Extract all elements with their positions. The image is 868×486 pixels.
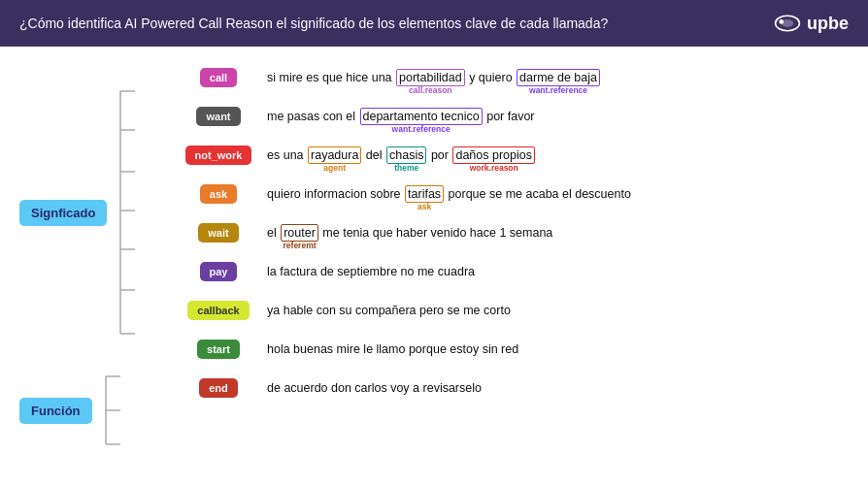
- table-row: callbackya hable con su compañera pero s…: [180, 291, 858, 330]
- table-row: askquiero informacion sobre tarifasask p…: [180, 175, 858, 213]
- svg-point-2: [779, 19, 784, 24]
- tag-wait: wait: [198, 223, 238, 243]
- logo-icon: [774, 14, 801, 33]
- logo: upbe: [774, 14, 849, 34]
- highlighted-word: daños propioswork.reason: [452, 146, 535, 164]
- rows-area: callsi mire es que hice una portabilidad…: [180, 54, 858, 478]
- table-row: starthola buenas mire le llamo porque es…: [180, 330, 858, 369]
- funcion-label: Función: [19, 398, 92, 424]
- table-row: wantme pasas con el departamento tecnico…: [180, 97, 858, 136]
- row-text: me pasas con el departamento tecnicowant…: [267, 105, 858, 129]
- highlighted-word: darme de bajawant.reference: [517, 69, 600, 86]
- row-text: hola buenas mire le llamo porque estoy s…: [267, 338, 858, 362]
- tag-cell: call: [180, 68, 257, 87]
- tag-cell: start: [180, 340, 257, 359]
- table-row: not_workes una rayaduraagent del chasist…: [180, 136, 858, 175]
- row-text: si mire es que hice una portabilidadcall…: [267, 66, 858, 90]
- logo-text: upbe: [807, 14, 849, 34]
- tag-cell: callback: [180, 301, 257, 320]
- row-text: de acuerdo don carlos voy a revisarselo: [267, 376, 858, 401]
- funcion-section: Función: [19, 367, 170, 454]
- funcion-bracket: [96, 367, 125, 454]
- highlighted-word: departamento tecnicowant.reference: [360, 108, 483, 125]
- tag-end: end: [199, 378, 238, 398]
- row-text: la factura de septiembre no me cuadra: [267, 260, 858, 284]
- row-text: quiero informacion sobre tarifasask porq…: [267, 182, 858, 207]
- table-row: endde acuerdo don carlos voy a revisarse…: [180, 369, 858, 407]
- tag-callback: callback: [187, 301, 249, 320]
- significado-section: Signficado: [19, 72, 170, 353]
- tag-cell: want: [180, 107, 257, 126]
- tag-want: want: [196, 107, 240, 126]
- tag-start: start: [197, 340, 240, 359]
- tag-cell: ask: [180, 184, 257, 204]
- significado-bracket: [111, 72, 140, 353]
- tag-cell: not_work: [180, 146, 257, 165]
- highlighted-word: tarifasask: [405, 185, 444, 203]
- table-row: callsi mire es que hice una portabilidad…: [180, 58, 858, 97]
- page: ¿Cómo identifica AI Powered Call Reason …: [0, 0, 868, 486]
- content-area: Signficado Función: [0, 47, 868, 486]
- table-row: waitel routerreferemt me tenia que haber…: [180, 213, 858, 252]
- tag-call: call: [200, 68, 237, 87]
- row-text: el routerreferemt me tenia que haber ven…: [267, 221, 858, 245]
- tag-ask: ask: [200, 184, 237, 204]
- tag-cell: pay: [180, 262, 257, 281]
- tag-not_work: not_work: [185, 146, 252, 165]
- highlighted-word: rayaduraagent: [308, 146, 361, 164]
- highlighted-word: portabilidadcall.reason: [396, 69, 465, 86]
- tag-cell: wait: [180, 223, 257, 243]
- significado-label: Signficado: [19, 200, 107, 226]
- header: ¿Cómo identifica AI Powered Call Reason …: [0, 0, 868, 47]
- page-title: ¿Cómo identifica AI Powered Call Reason …: [19, 16, 608, 31]
- table-row: payla factura de septiembre no me cuadra: [180, 252, 858, 291]
- row-text: ya hable con su compañera pero se me cor…: [267, 299, 858, 323]
- row-text: es una rayaduraagent del chasistheme por…: [267, 144, 858, 168]
- tag-pay: pay: [200, 262, 238, 281]
- tag-cell: end: [180, 378, 257, 398]
- left-column: Signficado Función: [19, 54, 170, 478]
- highlighted-word: routerreferemt: [281, 224, 318, 242]
- highlighted-word: chasistheme: [386, 146, 426, 164]
